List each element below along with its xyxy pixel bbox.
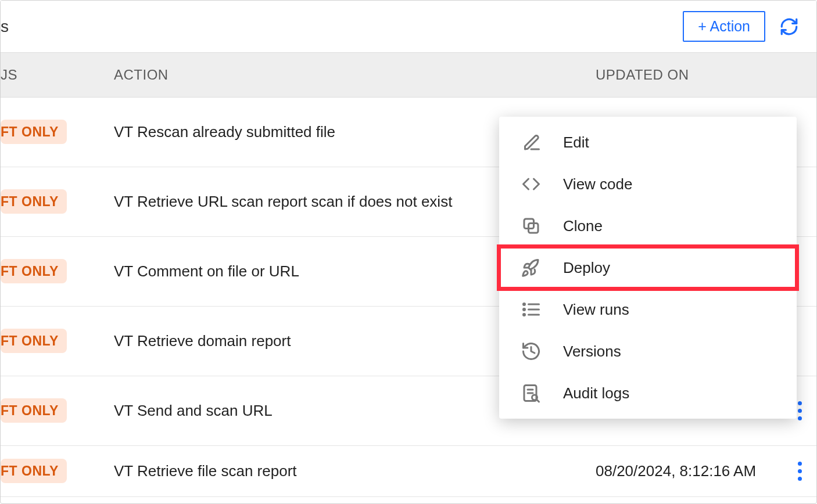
code-icon [520,173,542,195]
svg-line-12 [537,399,539,402]
add-action-button[interactable]: + Action [683,11,765,42]
menu-item-label: View code [563,175,633,193]
status-badge: FT ONLY [1,259,67,283]
menu-item-edit[interactable]: Edit [499,121,797,163]
status-badge: FT ONLY [1,120,67,144]
list-icon [520,298,542,321]
section-title: s [1,17,9,36]
status-badge: FT ONLY [1,329,67,353]
action-cell: VT Retrieve file scan report [114,462,596,480]
table-row[interactable]: FT ONLY VT Retrieve file scan report 08/… [1,446,816,497]
menu-item-label: Deploy [563,259,610,277]
menu-item-label: Versions [563,343,621,361]
history-icon [520,340,542,362]
table-header: JS ACTION UPDATED ON [1,52,816,98]
toolbar-actions: + Action [683,11,799,42]
edit-icon [520,131,542,153]
menu-item-label: Clone [563,217,603,235]
status-badge: FT ONLY [1,398,67,423]
app-container: s + Action JS ACTION UPDATED ON FT ONLY … [0,0,817,504]
svg-point-5 [524,304,525,305]
menu-item-label: View runs [563,301,629,319]
menu-item-label: Audit logs [563,384,629,402]
refresh-icon[interactable] [779,17,799,37]
column-header-status: JS [1,67,114,83]
kebab-icon[interactable] [798,401,802,420]
status-cell: FT ONLY [1,264,114,279]
status-badge: FT ONLY [1,189,67,214]
menu-item-label: Edit [563,134,589,152]
column-header-updated: UPDATED ON [596,67,816,83]
column-header-action: ACTION [114,67,596,83]
context-menu: Edit View code Clone [499,117,797,419]
menu-item-deploy[interactable]: Deploy [499,247,797,289]
status-cell: FT ONLY [1,194,114,210]
kebab-icon[interactable] [798,462,802,481]
row-menu-cell [783,462,816,481]
menu-item-view-code[interactable]: View code [499,163,797,205]
status-cell: FT ONLY [1,333,114,349]
toolbar: s + Action [1,1,816,52]
status-cell: FT ONLY [1,463,114,479]
menu-item-audit-logs[interactable]: Audit logs [499,372,797,414]
status-cell: FT ONLY [1,124,114,140]
clone-icon [520,215,542,237]
updated-cell: 08/20/2024, 8:12:16 AM [596,461,783,481]
rocket-icon [520,257,542,279]
svg-point-7 [524,314,525,316]
status-badge: FT ONLY [1,459,67,483]
svg-point-6 [524,309,525,311]
audit-icon [520,382,542,404]
menu-item-versions[interactable]: Versions [499,330,797,372]
status-cell: FT ONLY [1,403,114,419]
menu-item-view-runs[interactable]: View runs [499,289,797,330]
menu-item-clone[interactable]: Clone [499,205,797,247]
